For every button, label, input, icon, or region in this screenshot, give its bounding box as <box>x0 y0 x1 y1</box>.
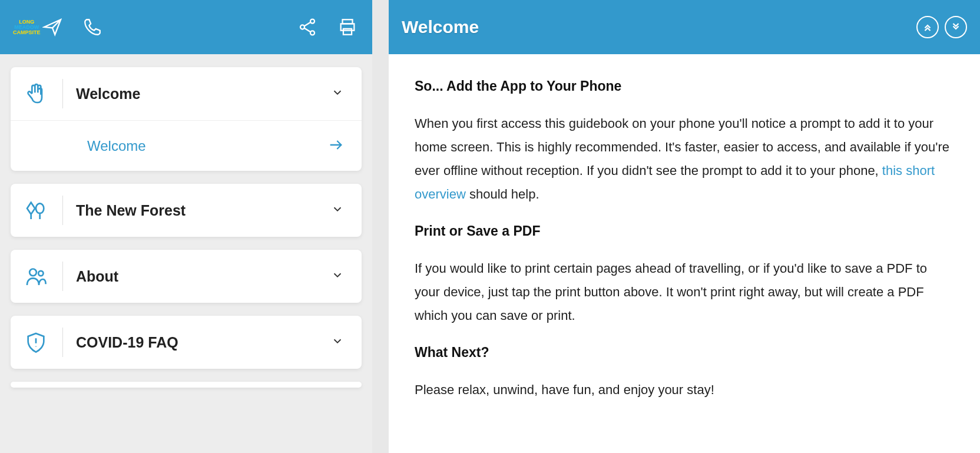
sidebar-item-new-forest-header[interactable]: The New Forest <box>11 184 362 237</box>
share-icon[interactable] <box>296 15 319 39</box>
sidebar-item-label: The New Forest <box>76 202 331 219</box>
page-title: Welcome <box>402 17 479 37</box>
print-icon[interactable] <box>336 15 359 39</box>
chevron-down-icon <box>331 86 344 101</box>
sidebar-header: LONG MEADOW CAMPSITE <box>0 0 372 54</box>
divider <box>62 79 63 108</box>
hand-icon <box>22 80 49 107</box>
sidebar-item-label: Welcome <box>76 85 331 102</box>
svg-point-6 <box>29 269 37 276</box>
divider <box>62 262 63 291</box>
people-icon <box>22 263 49 290</box>
sidebar-item-label: About <box>76 268 331 285</box>
divider <box>62 328 63 357</box>
scroll-top-button[interactable] <box>916 16 939 38</box>
send-icon[interactable] <box>41 15 64 39</box>
chevron-down-icon <box>331 269 344 284</box>
sidebar-item-welcome-header[interactable]: Welcome <box>11 67 362 120</box>
content-paragraph: Please relax, unwind, have fun, and enjo… <box>415 378 954 402</box>
section-heading-next: What Next? <box>415 340 954 365</box>
sidebar-list[interactable]: Welcome Welcome The New Forest <box>0 54 372 453</box>
svg-rect-5 <box>343 29 352 35</box>
brand-logo[interactable]: LONG MEADOW CAMPSITE <box>13 19 41 35</box>
sidebar-subitem-label: Welcome <box>87 138 327 154</box>
phone-icon[interactable] <box>81 15 104 39</box>
divider <box>62 196 63 225</box>
content-text: When you first access this guidebook on … <box>415 116 949 178</box>
sidebar-item-new-forest: The New Forest <box>11 184 362 237</box>
sidebar-header-actions <box>41 15 104 39</box>
scroll-bottom-button[interactable] <box>945 16 967 38</box>
content-header: Welcome <box>389 0 980 54</box>
trees-icon <box>22 197 49 224</box>
sidebar-item-label: COVID-19 FAQ <box>76 334 331 351</box>
sidebar-item-covid-faq: COVID-19 FAQ <box>11 316 362 369</box>
sidebar-panel: LONG MEADOW CAMPSITE <box>0 0 372 453</box>
content-body[interactable]: So... Add the App to Your Phone When you… <box>389 54 980 453</box>
section-heading-print: Print or Save a PDF <box>415 219 954 244</box>
sidebar-item-about: About <box>11 250 362 303</box>
shield-alert-icon <box>22 329 49 356</box>
sidebar-item-welcome: Welcome Welcome <box>11 67 362 171</box>
chevron-down-icon <box>331 335 344 350</box>
sidebar-header-actions-right <box>296 15 359 39</box>
chevron-down-icon <box>331 203 344 218</box>
content-paragraph: If you would like to print certain pages… <box>415 257 954 328</box>
sidebar-item-more[interactable] <box>11 382 362 388</box>
section-heading-add-app: So... Add the App to Your Phone <box>415 74 954 99</box>
arrow-right-icon <box>327 137 344 156</box>
content-text: should help. <box>466 187 539 201</box>
brand-logo-text: LONG MEADOW CAMPSITE <box>13 19 41 35</box>
sidebar-item-about-header[interactable]: About <box>11 250 362 303</box>
sidebar-item-covid-faq-header[interactable]: COVID-19 FAQ <box>11 316 362 369</box>
svg-point-7 <box>38 271 43 276</box>
sidebar-subitem-welcome[interactable]: Welcome <box>11 120 362 171</box>
content-paragraph: When you first access this guidebook on … <box>415 112 954 206</box>
content-panel: Welcome So... Add the App to Your Phone … <box>389 0 980 453</box>
